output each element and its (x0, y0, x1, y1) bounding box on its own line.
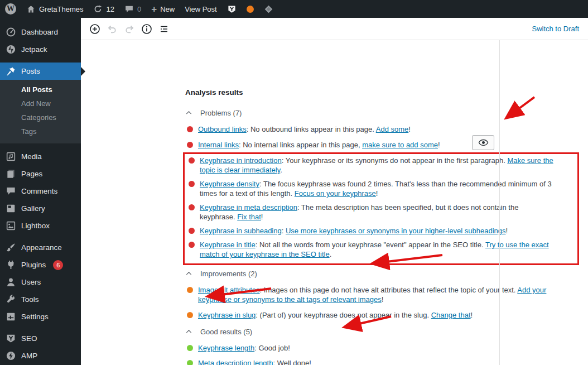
chevron-up-icon (185, 109, 192, 117)
sidebar-item-label: Tools (21, 295, 39, 304)
view-post-link[interactable]: View Post (180, 0, 222, 18)
comments-count: 0 (137, 5, 141, 13)
good-results-section-label: Good results (5) (200, 328, 252, 336)
sidebar-item-label: Comments (21, 187, 57, 195)
status-dot (187, 126, 193, 132)
status-dot (187, 360, 193, 365)
sidebar-item-tools[interactable]: Tools (0, 291, 81, 308)
sidebar-item-media[interactable]: Media (0, 148, 81, 165)
sidebar-item-label: Pages (21, 170, 42, 178)
analysis-link[interactable]: Change that (431, 311, 471, 319)
sidebar-menu: DashboardJetpackPostsAll PostsAdd NewCat… (0, 18, 81, 365)
sidebar-item-plugins[interactable]: Plugins6 (0, 256, 81, 273)
comments-menu[interactable]: 0 (119, 0, 146, 18)
analysis-link[interactable]: Keyphrase in slug (198, 311, 256, 319)
analysis-item: Keyphrase in title: Not all the words fr… (187, 240, 577, 259)
gem-icon (264, 4, 273, 14)
yoast-seo-score[interactable] (242, 0, 259, 18)
undo-icon[interactable] (105, 22, 119, 36)
posts-submenu: All PostsAdd NewCategoriesTags (0, 80, 81, 143)
sidebar-item-settings[interactable]: Settings (0, 308, 81, 325)
site-menu[interactable]: GretaThemes (21, 0, 88, 18)
problems-section-header[interactable]: Problems (7) (185, 109, 579, 117)
sidebar-item-comments[interactable]: Comments (0, 182, 81, 200)
gem-menu[interactable] (259, 0, 278, 18)
yoast-seo-menu[interactable] (222, 0, 242, 18)
analysis-link[interactable]: Focus on your keyphrase (295, 189, 376, 198)
analysis-link[interactable]: Keyphrase in title (200, 241, 256, 249)
yoast-icon (227, 4, 237, 14)
analysis-item: Keyphrase density: The focus keyphrase w… (187, 179, 577, 198)
list-view-icon[interactable] (157, 22, 171, 36)
sidebar-item-gallery[interactable]: Gallery (0, 200, 81, 217)
pages-icon (6, 169, 16, 179)
analysis-link[interactable]: Add some (376, 125, 409, 133)
plugins-update-badge: 6 (53, 260, 63, 270)
sidebar-item-appearance[interactable]: Appearance (0, 239, 81, 256)
analysis-item: Keyphrase in introduction: Your keyphras… (187, 156, 577, 175)
visibility-toggle-button[interactable] (472, 135, 494, 150)
analysis-link[interactable]: Meta description length (198, 359, 273, 365)
submenu-item-categories[interactable]: Categories (0, 111, 81, 124)
analysis-link[interactable]: Keyphrase in meta description (200, 203, 297, 212)
updates-menu[interactable]: 12 (88, 0, 119, 18)
lightbox-icon (6, 220, 16, 231)
sidebar-menu-group: DashboardJetpack (0, 23, 81, 58)
sidebar-menu-group: MediaPagesCommentsGalleryLightbox (0, 148, 81, 234)
home-icon (26, 4, 36, 14)
updates-count: 12 (106, 5, 114, 13)
analysis-title: Analysis results (185, 88, 579, 97)
submenu-item-add-new[interactable]: Add New (0, 97, 81, 111)
analysis-item-text: Internal links: No internal links appear… (198, 141, 440, 149)
sidebar-menu-group: AppearancePlugins6UsersToolsSettings (0, 239, 81, 325)
good-results-section-header[interactable]: Good results (5) (185, 328, 579, 336)
wordpress-logo-icon: W (5, 3, 16, 15)
analysis-link[interactable]: Keyphrase length (198, 344, 254, 352)
sidebar-item-jetpack[interactable]: Jetpack (0, 41, 81, 58)
analysis-link[interactable]: Keyphrase in subheading (200, 227, 282, 235)
sidebar-item-label: SEO (21, 334, 37, 343)
jetpack-icon (6, 44, 16, 55)
site-name: GretaThemes (39, 5, 83, 13)
sidebar-item-pages[interactable]: Pages (0, 165, 81, 182)
analysis-link[interactable]: Outbound links (198, 125, 247, 133)
sidebar-item-amp[interactable]: AMP (0, 347, 81, 364)
submenu-item-tags[interactable]: Tags (0, 124, 81, 138)
sidebar-item-lightbox[interactable]: Lightbox (0, 217, 81, 234)
redo-icon[interactable] (123, 22, 136, 36)
analysis-link[interactable]: make sure to add some (362, 141, 438, 149)
new-content-menu[interactable]: + New (146, 0, 180, 18)
sidebar-item-users[interactable]: Users (0, 273, 81, 291)
plus-icon: + (151, 4, 157, 14)
analysis-item-text: Meta description length: Well done! (198, 359, 311, 365)
yoast-analysis-results: Analysis results Problems (7) Outbound l… (183, 88, 579, 365)
info-icon[interactable] (140, 22, 153, 36)
editor-toolbar: Switch to Draft (81, 18, 588, 40)
sidebar-item-label: Posts (21, 67, 40, 75)
annotation-red-box: Keyphrase in introduction: Your keyphras… (183, 152, 579, 265)
submenu-item-all-posts[interactable]: All Posts (0, 83, 81, 97)
analysis-link[interactable]: Internal links (198, 141, 239, 149)
sidebar-item-label: Jetpack (21, 45, 47, 54)
settings-icon (6, 311, 16, 322)
sidebar-item-dashboard[interactable]: Dashboard (0, 23, 81, 41)
sidebar-item-posts[interactable]: Posts (0, 63, 81, 80)
analysis-link[interactable]: Keyphrase in introduction (200, 156, 282, 165)
analysis-item-text: Image alt attributes: Images on this pag… (198, 286, 546, 304)
analysis-item-text: Keyphrase in introduction: Your keyphras… (200, 156, 553, 174)
analysis-link[interactable]: Fix that (237, 213, 261, 221)
gallery-icon (6, 203, 16, 214)
wordpress-logo-menu[interactable]: W (0, 0, 21, 18)
analysis-link[interactable]: Keyphrase density (200, 180, 259, 188)
analysis-link[interactable]: Use more keyphrases or synonyms in your … (286, 227, 506, 235)
sidebar-item-seo[interactable]: SEO (0, 330, 81, 347)
inserter-icon[interactable] (88, 22, 102, 36)
comments-icon (6, 186, 16, 196)
improvements-list: Image alt attributes: Images on this pag… (183, 285, 579, 320)
analysis-link[interactable]: Image alt attributes (198, 286, 260, 294)
switch-to-draft-link[interactable]: Switch to Draft (532, 25, 579, 33)
status-dot (189, 157, 195, 164)
amp-icon (6, 350, 16, 361)
improvements-section-header[interactable]: Improvements (2) (185, 270, 579, 278)
problems-section-label: Problems (7) (200, 109, 242, 117)
